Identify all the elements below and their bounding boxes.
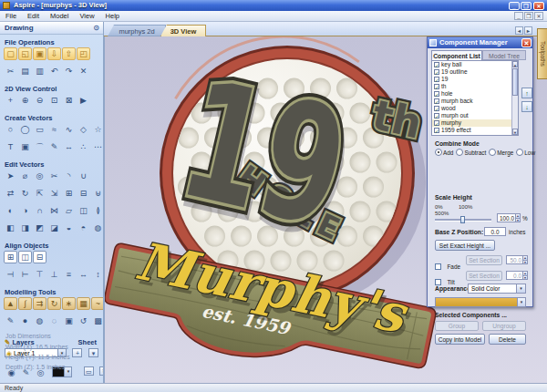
component-manager-close-icon[interactable]: ✕ bbox=[521, 38, 532, 47]
align-left-icon[interactable]: ⊣ bbox=[4, 268, 17, 281]
component-checkbox[interactable]: ✓ bbox=[434, 113, 439, 119]
flatten-icon[interactable]: ◓ bbox=[77, 222, 90, 234]
align-center-icon[interactable]: ≡ bbox=[62, 268, 76, 281]
switch-view-icon[interactable]: ▶ bbox=[77, 94, 90, 107]
toolpaths-tab[interactable]: Toolpaths bbox=[537, 28, 547, 79]
spin-down-icon[interactable]: ▼ bbox=[515, 218, 520, 222]
text-box-icon[interactable]: ▣ bbox=[18, 140, 32, 153]
move-icon[interactable]: ⇱ bbox=[33, 187, 46, 200]
wrap-icon[interactable]: ◍ bbox=[91, 222, 104, 234]
dimension-icon[interactable]: ↔ bbox=[62, 140, 76, 153]
scale-icon[interactable]: ⇲ bbox=[47, 187, 61, 200]
sculpt-icon[interactable]: ✎ bbox=[4, 315, 17, 327]
import-file-icon[interactable]: ⇩ bbox=[47, 47, 61, 60]
texture-icon[interactable]: ▦ bbox=[77, 297, 90, 310]
weld-icon[interactable]: ⊎ bbox=[91, 187, 104, 200]
component-row[interactable]: ✓wood bbox=[432, 105, 518, 112]
snap-grid-icon[interactable]: ∴ bbox=[77, 140, 90, 153]
deposit-brush-icon[interactable]: ● bbox=[18, 315, 32, 327]
nest-icon[interactable]: ◒ bbox=[62, 222, 76, 234]
turn-icon[interactable]: ↻ bbox=[47, 297, 61, 310]
chevron-down-icon[interactable]: ▾ bbox=[517, 298, 525, 306]
component-manager-titlebar[interactable]: Component Manager ✕ bbox=[428, 37, 532, 48]
zoom-out-icon[interactable]: ⊖ bbox=[33, 94, 46, 107]
ungroup-button[interactable]: Ungroup bbox=[482, 321, 526, 331]
align-bottom-icon[interactable]: ⊥ bbox=[47, 268, 61, 281]
emboss-icon[interactable]: ∗ bbox=[62, 297, 76, 310]
radio-icon[interactable] bbox=[435, 149, 442, 156]
fade-spinbox[interactable]: 50.0 ▲▼ bbox=[506, 255, 528, 264]
align-x-icon[interactable]: ◫ bbox=[18, 251, 32, 263]
component-checkbox[interactable]: ✓ bbox=[434, 128, 439, 133]
pin-icon[interactable]: ⊙ bbox=[93, 22, 99, 34]
menu-view[interactable]: View bbox=[74, 11, 99, 22]
paste-icon[interactable]: ▥ bbox=[33, 65, 46, 77]
maximize-button[interactable]: ❒ bbox=[521, 2, 532, 10]
draw-text-icon[interactable]: T bbox=[4, 140, 17, 153]
tab-scroll-left-icon[interactable]: ◄ bbox=[515, 26, 523, 35]
spin-down-icon[interactable]: ▼ bbox=[522, 260, 527, 263]
scale-height-spinbox[interactable]: 100.0 ▲▼ bbox=[497, 213, 521, 222]
mirror-icon[interactable]: ⇄ bbox=[4, 187, 17, 200]
fade-checkbox[interactable] bbox=[435, 263, 441, 270]
menu-model[interactable]: Model bbox=[45, 11, 74, 22]
tilt-set-section-button[interactable]: Set Section bbox=[466, 271, 502, 281]
component-checkbox[interactable]: ✓ bbox=[434, 69, 439, 75]
component-row[interactable]: ✓murph back bbox=[432, 98, 518, 105]
reset-model-icon[interactable]: ↺ bbox=[77, 315, 90, 327]
corner-b-icon[interactable]: ◪ bbox=[47, 222, 61, 234]
appearance-select[interactable]: Solid Color ▾ bbox=[468, 284, 526, 294]
component-row[interactable]: ✓1959 effect bbox=[432, 127, 518, 134]
draw-ellipse-icon[interactable]: ◯ bbox=[18, 123, 32, 136]
edit-text-icon[interactable]: ✎ bbox=[47, 140, 61, 153]
tilt-checkbox[interactable] bbox=[435, 279, 441, 285]
component-checkbox[interactable]: ✓ bbox=[434, 84, 439, 89]
spin-down-icon[interactable]: ▼ bbox=[522, 275, 527, 279]
smudge-brush-icon[interactable]: ◍ bbox=[33, 315, 46, 327]
chevron-down-icon[interactable]: ▾ bbox=[516, 284, 525, 293]
tab-component-list[interactable]: Component List bbox=[431, 50, 482, 60]
set-exact-height-button[interactable]: Set Exact Height ... bbox=[435, 240, 495, 251]
align-top-icon[interactable]: ⊤ bbox=[33, 268, 46, 281]
menu-help[interactable]: Help bbox=[100, 11, 125, 22]
sheet-label[interactable]: Sheet bbox=[78, 338, 97, 346]
radio-low[interactable]: Low bbox=[516, 150, 538, 156]
tab-murphys-2d[interactable]: murphys 2d bbox=[108, 25, 166, 36]
draw-polygon-icon[interactable]: ◇ bbox=[77, 123, 90, 136]
subtract-vectors-icon[interactable]: ⋈ bbox=[47, 204, 61, 217]
offset-left-icon[interactable]: ◧ bbox=[4, 222, 17, 234]
minimize-button[interactable]: _ bbox=[509, 2, 520, 10]
node-edit-icon[interactable]: ➤ bbox=[4, 170, 17, 182]
extrude-icon[interactable]: ⇉ bbox=[33, 297, 46, 310]
copy-into-model-button[interactable]: Copy into Model bbox=[435, 334, 485, 345]
component-row[interactable]: ✓murph out bbox=[432, 112, 518, 119]
base-z-input[interactable]: 0.0 bbox=[484, 227, 506, 236]
menu-file[interactable]: File bbox=[0, 11, 22, 22]
component-checkbox[interactable]: ✓ bbox=[434, 77, 439, 82]
open-file-icon[interactable]: ◱ bbox=[18, 47, 32, 60]
move-component-down-button[interactable]: ↓ bbox=[521, 101, 532, 112]
component-row[interactable]: ✓hole bbox=[432, 90, 518, 98]
component-row[interactable]: ✓key ball bbox=[432, 61, 518, 68]
scroll-up-icon[interactable]: ▲ bbox=[512, 61, 518, 67]
tab-model-tree[interactable]: Model Tree bbox=[482, 50, 526, 60]
scale-height-slider[interactable] bbox=[435, 216, 491, 223]
circular-array-icon[interactable]: ⊟ bbox=[77, 187, 90, 200]
zoom-box-icon[interactable]: ⊡ bbox=[47, 94, 61, 107]
slice-icon[interactable]: ▱ bbox=[62, 204, 76, 217]
new-file-icon[interactable]: ▢ bbox=[4, 47, 17, 60]
space-horizontal-icon[interactable]: ↔ bbox=[77, 268, 90, 281]
radio-merge[interactable]: Merge bbox=[489, 150, 516, 156]
rotate-icon[interactable]: ↻ bbox=[18, 187, 32, 200]
child-minimize-button[interactable]: _ bbox=[514, 12, 523, 20]
array-copy-icon[interactable]: ⋯ bbox=[91, 140, 104, 153]
redo-icon[interactable]: ↷ bbox=[62, 65, 76, 77]
radio-add[interactable]: Add bbox=[435, 150, 456, 156]
group-icon[interactable]: ◐ bbox=[4, 204, 17, 217]
draw-star-icon[interactable]: ☆ bbox=[91, 123, 104, 136]
offset-right-icon[interactable]: ◨ bbox=[18, 222, 32, 234]
radio-subtract[interactable]: Subtract bbox=[456, 150, 489, 156]
preview-model-icon[interactable]: ▣ bbox=[62, 315, 76, 327]
fillet-icon[interactable]: ◝ bbox=[62, 170, 76, 182]
component-checkbox[interactable]: ✓ bbox=[434, 106, 439, 111]
